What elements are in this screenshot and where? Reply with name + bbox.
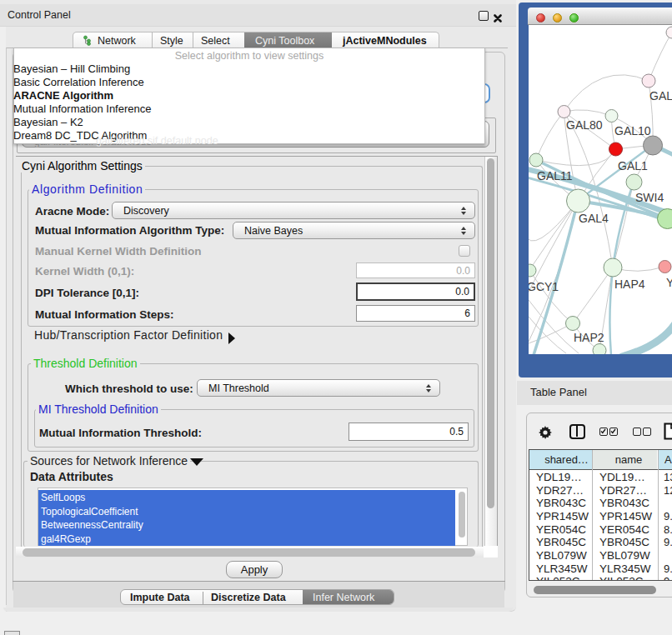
svg-text:GAL80: GAL80 [566,118,603,132]
svg-text:GAL10: GAL10 [614,124,651,138]
svg-text:SWI4: SWI4 [635,191,664,204]
svg-text:GAL11: GAL11 [537,169,573,182]
svg-text:HAP4: HAP4 [614,278,645,291]
svg-text:GAL1: GAL1 [618,159,648,172]
svg-text:GAL4: GAL4 [579,212,609,225]
svg-text:HAP2: HAP2 [574,331,604,344]
svg-text:GAL7: GAL7 [649,89,672,102]
svg-text:GCY1: GCY1 [529,280,559,293]
svg-text:YJ: YJ [666,276,672,289]
